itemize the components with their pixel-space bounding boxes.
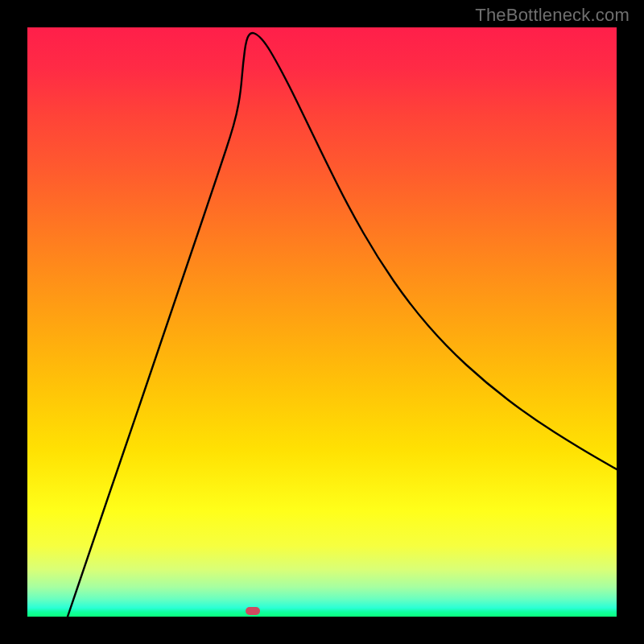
chart-plot-area (27, 27, 617, 617)
watermark-text: TheBottleneck.com (475, 5, 630, 26)
chart-marker-dot (246, 607, 260, 615)
chart-background-gradient (27, 27, 617, 617)
